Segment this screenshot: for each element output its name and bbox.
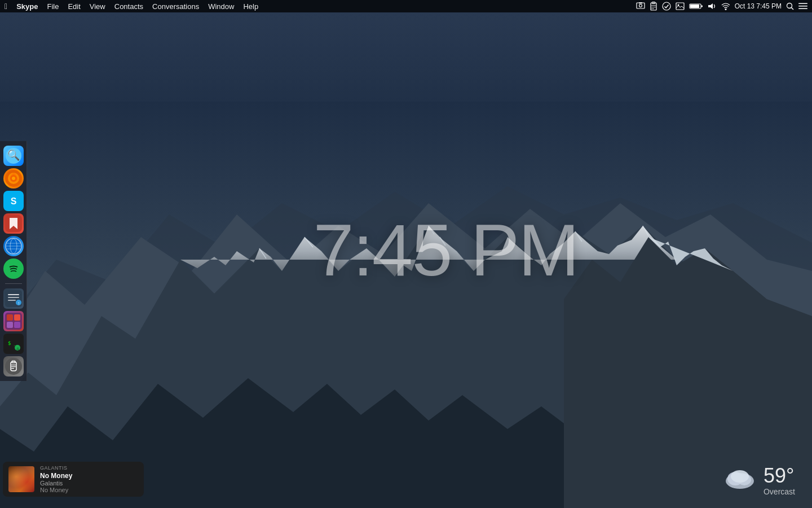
music-notification[interactable]: Galantis No Money Galantis No Money — [3, 462, 144, 497]
dock-app-skype[interactable]: S — [3, 191, 24, 211]
apple-menu[interactable]:  — [5, 2, 7, 11]
clock-display: 7:45 PM — [313, 208, 578, 292]
dock-separator-1 — [5, 283, 22, 284]
check-icon — [662, 2, 671, 11]
album-art — [8, 466, 34, 492]
svg-rect-10 — [676, 3, 684, 10]
svg-point-2 — [639, 5, 642, 7]
svg-text:S: S — [10, 196, 16, 206]
music-title: No Money — [40, 472, 138, 480]
album-art-image — [8, 466, 34, 492]
svg-rect-13 — [690, 5, 699, 8]
dock-app-terminal[interactable]: $ _ ♫ — [3, 334, 24, 354]
svg-text:♫: ♫ — [16, 347, 19, 351]
screenshot-icon — [636, 2, 645, 10]
view-menu[interactable]: View — [90, 2, 105, 11]
window-menu[interactable]: Window — [208, 2, 234, 11]
svg-text:$ _: $ _ — [8, 340, 17, 346]
svg-rect-59 — [11, 366, 16, 367]
dock-app-reeder[interactable] — [3, 213, 24, 234]
svg-rect-19 — [798, 3, 807, 5]
weather-condition: Overcast — [764, 487, 795, 496]
svg-point-17 — [787, 3, 792, 8]
svg-rect-3 — [639, 2, 642, 3]
dock-app-firefox[interactable] — [3, 168, 24, 189]
search-icon[interactable] — [786, 2, 794, 10]
music-artist: Galantis — [40, 480, 138, 487]
music-text: Galantis No Money Galantis No Money — [40, 465, 138, 493]
app-name-menu[interactable]: Skype — [16, 2, 38, 11]
conversations-menu[interactable]: Conversations — [152, 2, 199, 11]
svg-rect-21 — [798, 8, 807, 10]
svg-point-9 — [663, 2, 670, 10]
svg-point-64 — [731, 470, 749, 483]
music-album: No Money — [40, 487, 138, 493]
svg-line-18 — [792, 8, 794, 10]
weather-widget: 59° Overcast — [723, 465, 795, 497]
menubar-left:  Skype File Edit View Contacts Conversa… — [5, 2, 258, 11]
svg-rect-50 — [14, 322, 20, 328]
weather-temperature: 59° — [764, 466, 795, 486]
menubar:  Skype File Edit View Contacts Conversa… — [0, 0, 812, 12]
file-menu[interactable]: File — [47, 2, 59, 11]
weather-cloud-icon — [723, 465, 757, 497]
weather-info: 59° Overcast — [764, 466, 795, 496]
volume-icon[interactable] — [708, 2, 717, 10]
dock-app-spotify[interactable] — [3, 259, 24, 279]
datetime-display[interactable]: Oct 13 7:45 PM — [735, 2, 782, 10]
battery-icon — [689, 3, 703, 10]
svg-rect-60 — [11, 368, 14, 369]
svg-rect-49 — [7, 322, 13, 328]
svg-rect-43 — [8, 300, 16, 301]
mountain-background — [0, 102, 812, 508]
svg-rect-20 — [798, 6, 807, 7]
svg-rect-41 — [8, 294, 19, 295]
svg-rect-48 — [14, 314, 20, 321]
dock: 🔍 S — [0, 141, 27, 381]
control-center-icon[interactable] — [798, 3, 807, 10]
photo-icon — [676, 2, 685, 10]
svg-rect-14 — [701, 6, 703, 7]
dock-app-collage[interactable] — [3, 311, 24, 331]
dock-app-clipper[interactable] — [3, 356, 24, 376]
dock-app-opera[interactable] — [3, 236, 24, 256]
contacts-menu[interactable]: Contacts — [114, 2, 143, 11]
menubar-right: Oct 13 7:45 PM — [636, 2, 807, 11]
help-menu[interactable]: Help — [243, 2, 258, 11]
edit-menu[interactable]: Edit — [68, 2, 80, 11]
svg-rect-58 — [11, 365, 16, 365]
music-source: Galantis — [40, 465, 138, 471]
svg-rect-6 — [651, 5, 656, 6]
dock-app-doclist[interactable]: ↑ — [3, 288, 24, 309]
svg-text:🔍: 🔍 — [7, 149, 20, 161]
svg-text:↑: ↑ — [17, 301, 20, 306]
svg-rect-1 — [637, 3, 645, 8]
svg-rect-7 — [651, 7, 656, 7]
clipboard-icon — [650, 2, 657, 11]
svg-rect-47 — [7, 314, 13, 321]
svg-point-16 — [725, 8, 726, 10]
svg-rect-8 — [651, 8, 654, 9]
dock-app-finder[interactable]: 🔍 — [3, 146, 24, 166]
wifi-icon[interactable] — [721, 2, 730, 10]
svg-rect-42 — [8, 297, 19, 298]
svg-marker-15 — [708, 3, 713, 9]
